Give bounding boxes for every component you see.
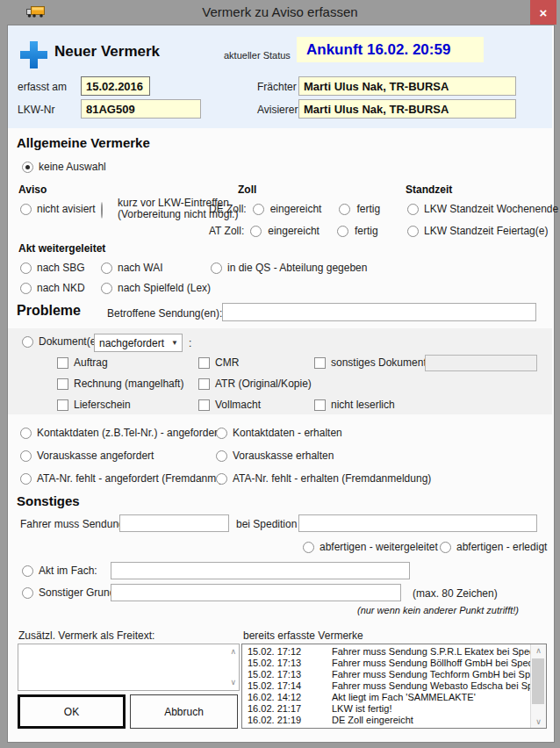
radio-icon[interactable] [101,283,112,294]
lkw-nr-field[interactable] [81,99,201,119]
radio-at-zoll-fertig[interactable] [337,226,348,237]
radio-ata-erhalten[interactable]: ATA-Nr. fehlt - erhalten (Fremdanmeldung… [216,472,431,485]
radio-icon[interactable] [22,565,33,577]
radio-standzeit-feiertage[interactable]: LKW Standzeit Feiertag(e) [407,225,548,237]
cancel-button[interactable]: Abbruch [130,694,238,729]
betroffene-sendungen-label: Betroffene Sendung(en): [107,307,222,320]
radio-kurz-vor-eintreffen[interactable] [101,202,103,219]
akt-im-fach-input[interactable] [111,562,410,579]
lkw-nr-label: LKW-Nr [18,104,54,116]
radio-icon[interactable] [216,473,227,485]
radio-icon[interactable] [440,542,451,553]
window-title: Vermerk zu Aviso erfassen [0,4,560,19]
checkbox-sonstiges-dokument[interactable]: sonstiges Dokument: [314,356,429,369]
radio-vorauskasse-erhalten[interactable]: Vorauskasse erhalten [216,450,334,462]
radio-nach-nkd[interactable]: nach NKD [20,282,85,294]
radio-icon[interactable] [216,450,227,462]
erfasst-am-field[interactable] [81,76,150,96]
radio-icon[interactable] [407,226,419,237]
radio-icon[interactable] [20,263,32,274]
list-item[interactable]: 16.02. 14:12 Akt liegt im Fach 'SAMMELAK… [242,692,531,703]
radio-icon[interactable] [20,473,32,485]
radio-akt-im-fach[interactable]: Akt im Fach: [22,565,97,577]
betroffene-sendungen-input[interactable] [222,303,536,321]
bei-spedition-input[interactable] [298,514,537,532]
checkbox-auftrag[interactable]: Auftrag [57,356,108,369]
radio-nach-sbg[interactable]: nach SBG [20,262,85,274]
checkbox-atr[interactable]: ATR (Original/Kopie) [198,378,312,390]
radio-kontaktdaten-angefordert[interactable]: Kontaktdaten (z.B.Tel-Nr.) - angefordert [20,427,220,439]
radio-at-zoll-eingereicht[interactable] [250,226,262,237]
radio-vorauskasse-angefordert[interactable]: Vorauskasse angefordert [20,450,154,462]
checkbox-vollmacht[interactable]: Vollmacht [198,399,261,411]
checkbox-rechnung[interactable]: Rechnung (mangelhaft) [57,378,183,390]
checkbox-icon[interactable] [57,378,68,390]
scrollbar-thumb[interactable] [532,658,544,704]
radio-standzeit-wochenende[interactable]: LKW Standzeit Wochenende [407,203,558,215]
sonstiges-dokument-input[interactable] [425,355,537,371]
dokumente-panel: Dokument(e) nachgefordert ▼ : Auftrag CM… [8,328,552,414]
fraechter-field[interactable] [298,76,516,96]
radio-nach-spielfeld[interactable]: nach Spielfeld (Lex) [101,282,211,294]
radio-dokumente[interactable]: Dokument(e) [22,335,99,348]
checkbox-nicht-leserlich[interactable]: nicht leserlich [314,399,395,411]
list-item[interactable]: 15.02. 17:14 Fahrer muss Sendung Webasto… [242,680,531,692]
checkbox-icon[interactable] [198,399,210,411]
radio-icon[interactable] [216,428,227,439]
radio-ata-angefordert[interactable]: ATA-Nr. fehlt - angefordert (Fremdanm.) [20,472,223,485]
radio-nach-wai[interactable]: nach WAI [101,262,163,274]
radio-icon[interactable] [20,450,32,462]
radio-sonstiger-grund[interactable]: Sonstiger Grund: [22,586,118,599]
bei-spedition-label: bei Spedition [236,518,297,530]
section-allgemeine-vermerke: Allgemeine Vermerke [17,135,150,150]
radio-qs-abteilung[interactable]: in die QS - Abteilung gegeben [211,262,367,274]
radio-icon[interactable] [22,162,33,173]
sonstiger-grund-input[interactable] [111,584,401,601]
checkbox-lieferschein[interactable]: Lieferschein [57,399,131,411]
radio-icon[interactable] [20,428,32,439]
list-scrollbar[interactable]: ∧ ∨ [530,644,546,728]
radio-abfertigen-weitergeleitet[interactable]: abfertigen - weitergeleitet [303,541,438,553]
hinweis-note: (nur wenn kein anderer Punkt zutrifft!) [357,605,519,615]
radio-icon[interactable] [20,283,32,294]
radio-icon[interactable] [22,336,33,348]
close-icon: × [540,5,548,20]
radio-icon[interactable] [407,204,419,215]
fahrer-sendung-input[interactable] [119,514,229,532]
checkbox-cmr[interactable]: CMR [198,356,239,369]
checkbox-icon[interactable] [57,399,68,411]
checkbox-icon[interactable] [198,357,210,369]
list-item[interactable]: 16.02. 21:19 DE Zoll eingereicht [242,715,531,726]
radio-de-zoll-eingereicht[interactable] [253,204,264,215]
checkbox-icon[interactable] [314,357,326,369]
list-item[interactable]: 16.02. 21:17 LKW ist fertig! [242,703,531,715]
list-item[interactable]: 15.02. 17:13 Fahrer muss Sendung Böllhof… [242,658,531,669]
radio-kontaktdaten-erhalten[interactable]: Kontaktdaten - erhalten [216,427,342,439]
radio-icon[interactable] [101,263,112,274]
list-item[interactable]: 15.02. 17:13 Fahrer muss Sendung Techfor… [242,669,531,680]
checkbox-icon[interactable] [314,399,326,411]
dialog-client-area: Neuer Vermerk aktueller Status Ankunft 1… [7,25,555,743]
radio-icon[interactable] [303,542,314,553]
checkbox-icon[interactable] [57,357,68,369]
scroll-up-icon[interactable]: ∧ [531,646,546,655]
radio-nicht-avisiert[interactable]: nicht avisiert [20,203,96,215]
scroll-down-icon[interactable]: ∨ [531,717,546,726]
avisierer-field[interactable] [298,99,516,119]
dokumente-status-select[interactable]: nachgefordert ▼ [94,334,183,352]
scroll-up-icon[interactable]: ∧ [230,648,236,656]
title-bar[interactable]: Vermerk zu Aviso erfassen × [0,0,560,25]
radio-icon[interactable] [211,263,222,274]
radio-de-zoll-fertig[interactable] [339,204,350,215]
list-item[interactable]: 15.02. 17:12 Fahrer muss Sendung S.P.R.L… [242,646,531,658]
checkbox-icon[interactable] [198,378,210,390]
radio-icon[interactable] [22,587,33,599]
radio-icon[interactable] [20,204,32,215]
scroll-down-icon[interactable]: ∨ [230,679,236,687]
freitext-textarea[interactable] [18,644,226,694]
colon-label: : [189,337,191,349]
radio-keine-auswahl[interactable]: keine Auswahl [22,161,106,173]
ok-button[interactable]: OK [18,694,126,729]
close-button[interactable]: × [530,0,556,25]
radio-abfertigen-erledigt[interactable]: abfertigen - erledigt [440,541,547,553]
